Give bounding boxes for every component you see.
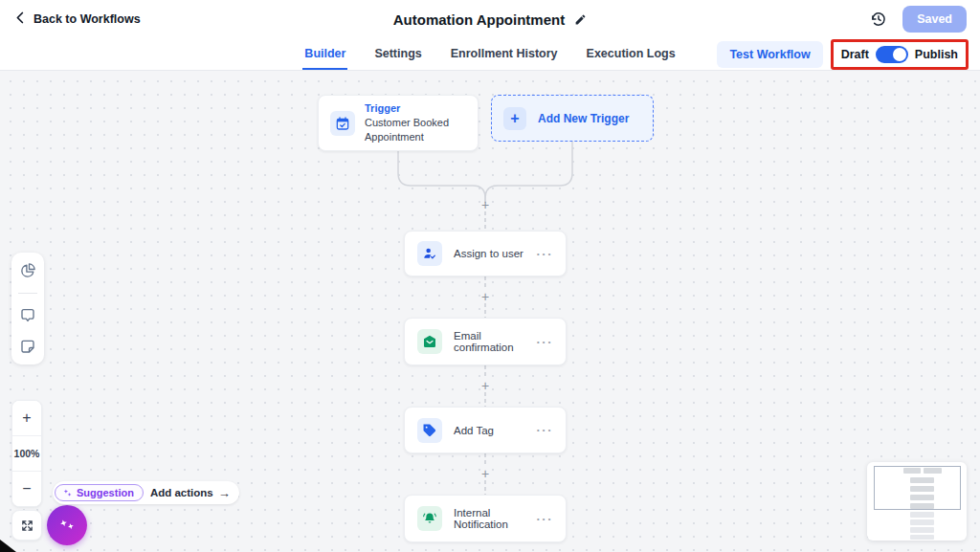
node-label: Assign to user [454,248,525,259]
publish-label: Publish [915,48,958,61]
calendar-check-icon [330,111,355,136]
node-internal-notification[interactable]: Internal Notification ··· [404,495,567,542]
canvas-toolbox [11,253,44,364]
fullscreen-button[interactable] [11,510,42,541]
trigger-title: Customer Booked Appointment [365,116,466,144]
tag-icon [417,418,442,443]
test-workflow-button[interactable]: Test Workflow [717,41,822,68]
add-new-trigger-button[interactable]: + Add New Trigger [491,95,654,142]
suggestion-badge[interactable]: Suggestion [55,484,144,501]
node-menu-button[interactable]: ··· [537,424,554,436]
node-label: Internal Notification [454,507,525,530]
tab-execution-logs[interactable]: Execution Logs [585,38,678,70]
tab-bar: Builder Settings Enrollment History Exec… [0,38,980,71]
note-icon[interactable] [19,338,36,355]
sparkles-icon [56,515,78,537]
add-step-plus[interactable]: + [478,466,493,481]
add-step-plus[interactable]: + [478,378,493,393]
page-title: Automation Appointment [393,11,565,28]
add-actions-button[interactable]: Add actions → [150,487,231,499]
node-assign-to-user[interactable]: Assign to user ··· [404,231,567,276]
trigger-kicker: Trigger [365,102,466,114]
draft-label: Draft [841,48,869,61]
pie-chart-icon[interactable] [19,262,36,279]
zoom-out-button[interactable]: − [12,472,41,506]
ai-assistant-button[interactable] [47,505,87,545]
saved-button[interactable]: Saved [902,6,967,33]
tab-builder[interactable]: Builder [302,38,347,70]
sparkle-icon [62,488,73,498]
back-chevron-icon [13,11,28,29]
node-label: Add Tag [454,425,525,436]
zoom-in-button[interactable]: + [12,401,41,435]
tab-settings[interactable]: Settings [372,38,423,70]
tab-enrollment-history[interactable]: Enrollment History [449,38,560,70]
trigger-node[interactable]: Trigger Customer Booked Appointment [318,95,479,151]
node-menu-button[interactable]: ··· [537,248,554,260]
history-clock-icon[interactable] [870,11,887,28]
expand-icon [20,519,34,533]
node-menu-button[interactable]: ··· [537,336,554,348]
add-step-plus[interactable]: + [478,289,493,304]
edit-title-icon[interactable] [574,13,587,26]
plus-icon: + [503,107,526,130]
app-header: Back to Workflows Automation Appointment… [0,0,980,38]
add-new-trigger-label: Add New Trigger [538,112,629,125]
suggestion-label: Suggestion [77,487,134,498]
bell-icon [417,506,442,531]
workflow-canvas[interactable]: + + + + Trigger Customer Booked Appointm… [0,71,980,552]
zoom-level: 100% [12,435,41,472]
node-label: Email confirmation [454,330,525,353]
arrow-right-icon: → [218,487,231,499]
zoom-controls: + 100% − [11,400,42,507]
node-email-confirmation[interactable]: Email confirmation ··· [404,318,567,365]
mail-icon [417,329,442,354]
back-to-workflows-button[interactable]: Back to Workflows [13,11,141,29]
publish-toggle[interactable] [876,46,908,63]
suggestion-bar: Suggestion Add actions → [53,481,239,504]
comment-icon[interactable] [19,307,36,324]
back-label: Back to Workflows [33,12,141,26]
add-step-plus[interactable]: + [478,197,493,212]
toolbox-divider [18,293,37,294]
minimap[interactable] [867,462,967,541]
tabs: Builder Settings Enrollment History Exec… [302,38,677,70]
node-add-tag[interactable]: Add Tag ··· [404,407,567,453]
node-menu-button[interactable]: ··· [537,513,554,525]
mouse-cursor [0,540,16,552]
user-check-icon [417,241,442,266]
publish-annotation-box: Draft Publish [831,39,969,70]
